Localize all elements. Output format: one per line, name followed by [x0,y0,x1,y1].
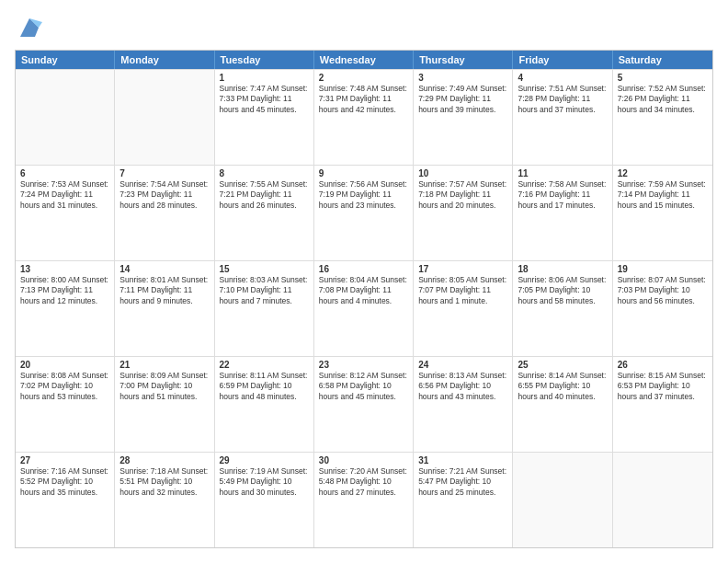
calendar-cell: 14Sunrise: 8:01 AM Sunset: 7:11 PM Dayli… [115,261,214,356]
day-number: 15 [220,264,309,274]
weekday-header: Wednesday [314,51,414,69]
calendar-cell: 28Sunrise: 7:18 AM Sunset: 5:51 PM Dayli… [115,453,214,547]
calendar-cell: 17Sunrise: 8:05 AM Sunset: 7:07 PM Dayli… [414,261,513,356]
cell-info: Sunrise: 8:06 AM Sunset: 7:05 PM Dayligh… [518,275,607,306]
calendar-cell: 24Sunrise: 8:13 AM Sunset: 6:56 PM Dayli… [414,357,513,452]
day-number: 28 [119,455,209,465]
cell-info: Sunrise: 8:15 AM Sunset: 6:53 PM Dayligh… [618,371,708,402]
cell-info: Sunrise: 7:48 AM Sunset: 7:31 PM Dayligh… [319,84,408,115]
cell-info: Sunrise: 7:18 AM Sunset: 5:51 PM Dayligh… [119,466,209,498]
weekday-header: Thursday [414,51,513,69]
calendar-cell: 15Sunrise: 8:03 AM Sunset: 7:10 PM Dayli… [215,261,314,356]
calendar-cell: 5Sunrise: 7:52 AM Sunset: 7:26 PM Daylig… [613,70,712,165]
calendar-cell: 10Sunrise: 7:57 AM Sunset: 7:18 PM Dayli… [414,166,513,260]
day-number: 13 [20,264,109,274]
weekday-header: Monday [115,51,214,69]
calendar-cell: 11Sunrise: 7:58 AM Sunset: 7:16 PM Dayli… [513,166,612,260]
calendar-cell: 26Sunrise: 8:15 AM Sunset: 6:53 PM Dayli… [613,357,712,452]
cell-info: Sunrise: 8:03 AM Sunset: 7:10 PM Dayligh… [220,275,309,306]
day-number: 22 [220,360,309,370]
cell-info: Sunrise: 8:04 AM Sunset: 7:08 PM Dayligh… [319,275,408,306]
cell-info: Sunrise: 8:05 AM Sunset: 7:07 PM Dayligh… [418,275,507,306]
calendar-row: 27Sunrise: 7:16 AM Sunset: 5:52 PM Dayli… [16,452,712,547]
cell-info: Sunrise: 8:01 AM Sunset: 7:11 PM Dayligh… [119,275,209,306]
cell-info: Sunrise: 8:08 AM Sunset: 7:02 PM Dayligh… [20,371,109,402]
calendar-cell [16,70,115,165]
cell-info: Sunrise: 7:21 AM Sunset: 5:47 PM Dayligh… [418,466,507,498]
logo-icon [17,15,42,40]
calendar-cell: 16Sunrise: 8:04 AM Sunset: 7:08 PM Dayli… [314,261,414,356]
calendar-cell: 29Sunrise: 7:19 AM Sunset: 5:49 PM Dayli… [215,453,314,547]
calendar-cell: 20Sunrise: 8:08 AM Sunset: 7:02 PM Dayli… [16,357,115,452]
day-number: 8 [220,168,309,178]
day-number: 6 [20,168,109,178]
cell-info: Sunrise: 7:55 AM Sunset: 7:21 PM Dayligh… [220,179,309,211]
weekday-header: Sunday [16,51,115,69]
cell-info: Sunrise: 8:14 AM Sunset: 6:55 PM Dayligh… [518,371,607,402]
calendar-cell: 31Sunrise: 7:21 AM Sunset: 5:47 PM Dayli… [414,453,513,547]
cell-info: Sunrise: 8:11 AM Sunset: 6:59 PM Dayligh… [220,371,309,402]
day-number: 10 [418,168,507,178]
day-number: 24 [418,360,507,370]
cell-info: Sunrise: 7:20 AM Sunset: 5:48 PM Dayligh… [319,466,408,498]
day-number: 4 [518,73,607,83]
calendar-cell: 7Sunrise: 7:54 AM Sunset: 7:23 PM Daylig… [115,166,214,260]
cell-info: Sunrise: 7:19 AM Sunset: 5:49 PM Dayligh… [220,466,309,498]
cell-info: Sunrise: 7:52 AM Sunset: 7:26 PM Dayligh… [618,84,708,115]
day-number: 14 [119,264,209,274]
cell-info: Sunrise: 7:58 AM Sunset: 7:16 PM Dayligh… [518,179,607,211]
calendar-cell: 27Sunrise: 7:16 AM Sunset: 5:52 PM Dayli… [16,453,115,547]
calendar-cell: 19Sunrise: 8:07 AM Sunset: 7:03 PM Dayli… [613,261,712,356]
calendar-row: 6Sunrise: 7:53 AM Sunset: 7:24 PM Daylig… [16,165,712,260]
calendar-body: 1Sunrise: 7:47 AM Sunset: 7:33 PM Daylig… [16,69,712,547]
calendar-cell [513,453,612,547]
cell-info: Sunrise: 7:59 AM Sunset: 7:14 PM Dayligh… [618,179,708,211]
cell-info: Sunrise: 7:51 AM Sunset: 7:28 PM Dayligh… [518,84,607,115]
day-number: 23 [319,360,408,370]
cell-info: Sunrise: 7:47 AM Sunset: 7:33 PM Dayligh… [220,84,309,115]
calendar-header: SundayMondayTuesdayWednesdayThursdayFrid… [16,51,712,69]
cell-info: Sunrise: 7:53 AM Sunset: 7:24 PM Dayligh… [20,179,109,211]
calendar-cell: 30Sunrise: 7:20 AM Sunset: 5:48 PM Dayli… [314,453,414,547]
calendar-row: 20Sunrise: 8:08 AM Sunset: 7:02 PM Dayli… [16,356,712,452]
calendar-cell [115,70,214,165]
day-number: 7 [119,168,209,178]
cell-info: Sunrise: 7:54 AM Sunset: 7:23 PM Dayligh… [119,179,209,211]
day-number: 2 [319,73,408,83]
calendar-cell: 22Sunrise: 8:11 AM Sunset: 6:59 PM Dayli… [215,357,314,452]
day-number: 25 [518,360,607,370]
calendar-cell: 21Sunrise: 8:09 AM Sunset: 7:00 PM Dayli… [115,357,214,452]
day-number: 19 [618,264,708,274]
day-number: 21 [119,360,209,370]
header [15,15,713,40]
cell-info: Sunrise: 8:12 AM Sunset: 6:58 PM Dayligh… [319,371,408,402]
day-number: 16 [319,264,408,274]
day-number: 26 [618,360,708,370]
calendar-cell: 8Sunrise: 7:55 AM Sunset: 7:21 PM Daylig… [215,166,314,260]
calendar-cell: 18Sunrise: 8:06 AM Sunset: 7:05 PM Dayli… [513,261,612,356]
cell-info: Sunrise: 7:57 AM Sunset: 7:18 PM Dayligh… [418,179,507,211]
weekday-header: Tuesday [215,51,314,69]
day-number: 20 [20,360,109,370]
day-number: 27 [20,455,109,465]
calendar-row: 1Sunrise: 7:47 AM Sunset: 7:33 PM Daylig… [16,69,712,165]
calendar-cell: 1Sunrise: 7:47 AM Sunset: 7:33 PM Daylig… [215,70,314,165]
day-number: 11 [518,168,607,178]
calendar-cell: 9Sunrise: 7:56 AM Sunset: 7:19 PM Daylig… [314,166,414,260]
calendar-cell: 4Sunrise: 7:51 AM Sunset: 7:28 PM Daylig… [513,70,612,165]
cell-info: Sunrise: 8:07 AM Sunset: 7:03 PM Dayligh… [618,275,708,306]
weekday-header: Friday [513,51,612,69]
calendar-cell: 23Sunrise: 8:12 AM Sunset: 6:58 PM Dayli… [314,357,414,452]
day-number: 30 [319,455,408,465]
page: SundayMondayTuesdayWednesdayThursdayFrid… [0,0,728,563]
calendar-cell: 6Sunrise: 7:53 AM Sunset: 7:24 PM Daylig… [16,166,115,260]
cell-info: Sunrise: 7:49 AM Sunset: 7:29 PM Dayligh… [418,84,507,115]
day-number: 1 [220,73,309,83]
day-number: 12 [618,168,708,178]
day-number: 3 [418,73,507,83]
weekday-header: Saturday [613,51,712,69]
cell-info: Sunrise: 8:13 AM Sunset: 6:56 PM Dayligh… [418,371,507,402]
logo [15,15,42,40]
calendar-cell: 2Sunrise: 7:48 AM Sunset: 7:31 PM Daylig… [314,70,414,165]
cell-info: Sunrise: 8:09 AM Sunset: 7:00 PM Dayligh… [119,371,209,402]
